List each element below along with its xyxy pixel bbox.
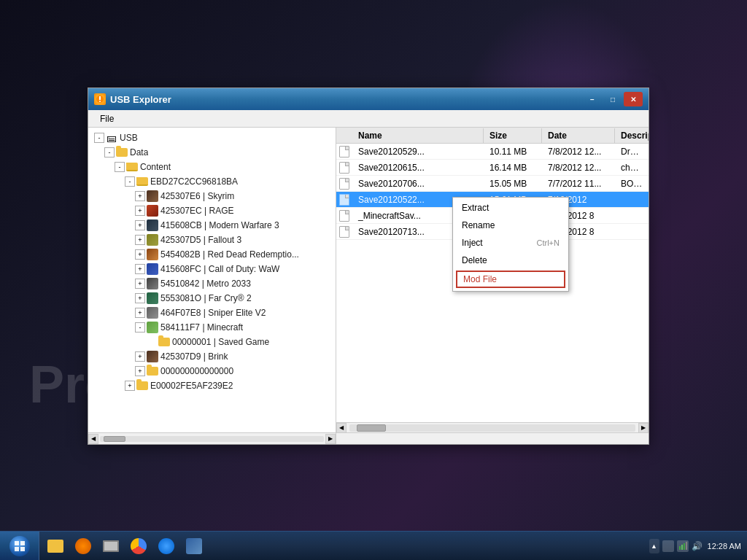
start-button[interactable] <box>0 532 39 561</box>
taskbar-item-screens[interactable] <box>98 534 124 558</box>
tree-item-sniper[interactable]: + 464F07E8 | Sniper Elite V2 <box>88 306 336 320</box>
tree-hscroll[interactable]: ◀ ▶ <box>88 433 336 444</box>
svg-rect-6 <box>686 542 687 550</box>
file-menu[interactable]: File <box>94 112 120 126</box>
tree-item-farcry[interactable]: + 5553081O | Far Cry® 2 <box>88 291 336 306</box>
file-icon <box>336 160 352 175</box>
game-icon-sniper <box>147 307 158 319</box>
col-header-name[interactable]: Name <box>352 128 484 143</box>
taskbar-item-chrome[interactable] <box>125 534 152 558</box>
taskbar: ▲ 🔊 12:28 AM <box>0 531 747 560</box>
expand-minecraft[interactable]: - <box>135 322 145 332</box>
taskbar-item-orange[interactable] <box>70 534 96 558</box>
file-description <box>615 198 649 201</box>
ctx-inject[interactable]: Inject Ctrl+N <box>453 234 568 252</box>
tray-arrow[interactable]: ▲ <box>649 539 659 553</box>
close-button[interactable]: ✕ <box>624 92 643 106</box>
tree-item-rdr[interactable]: + 5454082B | Red Dead Redemptio... <box>88 247 336 262</box>
col-header-size[interactable]: Size <box>484 128 542 143</box>
ctx-rename[interactable]: Rename <box>453 217 568 234</box>
file-header: Name Size Date Description <box>336 128 649 144</box>
tree-item-usb[interactable]: - 🖴 USB <box>88 131 336 145</box>
expand-zeros[interactable]: + <box>135 366 145 376</box>
file-row[interactable]: Save20120706... 15.05 MB 7/7/2012 11... … <box>336 176 649 192</box>
expand-mw3[interactable]: + <box>135 220 145 230</box>
tree-item-mw3[interactable]: + 415608CB | Modern Warfare 3 <box>88 218 336 233</box>
window-titlebar: USB Explorer − □ ✕ <box>88 88 649 110</box>
folder-icon-e00002 <box>136 380 148 392</box>
taskbar-item-usb[interactable] <box>181 534 207 558</box>
tree-item-content[interactable]: - Content <box>88 160 336 174</box>
scroll-thumb-tree <box>104 436 125 442</box>
scroll-right-tree[interactable]: ▶ <box>325 434 336 444</box>
taskbar-item-blue[interactable] <box>153 534 179 558</box>
expand-farcry[interactable]: + <box>135 293 145 303</box>
ctx-inject-shortcut: Ctrl+N <box>537 238 560 247</box>
expand-usb[interactable]: - <box>94 133 104 143</box>
file-name: Save20120706... <box>352 177 484 190</box>
tree-item-fallout[interactable]: + 425307D5 | Fallout 3 <box>88 233 336 247</box>
tree-scroll[interactable]: - 🖴 USB - Data - Content <box>88 128 336 432</box>
expand-sniper[interactable]: + <box>135 308 145 318</box>
expand-skyrim[interactable]: + <box>135 191 145 201</box>
file-date: 7/8/2012 12... <box>542 145 615 158</box>
svg-rect-3 <box>679 546 681 550</box>
tree-label-sniper: 464F07E8 | Sniper Elite V2 <box>160 308 266 318</box>
game-icon-farcry <box>147 292 158 304</box>
usb-icon: 🖴 <box>106 132 117 144</box>
expand-metro[interactable]: + <box>135 279 145 289</box>
scroll-right[interactable]: ▶ <box>638 423 649 433</box>
tree-label-savedgame: 00000001 | Saved Game <box>172 337 269 347</box>
tree-item-ebd[interactable]: - EBD27C2CC96818BA <box>88 174 336 189</box>
ctx-delete[interactable]: Delete <box>453 252 568 269</box>
file-row[interactable]: Save20120615... 16.14 MB 7/8/2012 12... … <box>336 160 649 176</box>
expand-content[interactable]: - <box>115 162 125 172</box>
svg-point-2 <box>99 101 101 102</box>
tree-item-metro[interactable]: + 54510842 | Metro 2033 <box>88 276 336 291</box>
tree-label-usb: USB <box>120 133 138 143</box>
tree-item-skyrim[interactable]: + 425307E6 | Skyrim <box>88 189 336 203</box>
expand-e00002[interactable]: + <box>125 381 135 391</box>
col-header-desc[interactable]: Description <box>615 128 649 143</box>
taskbar-item-explorer[interactable] <box>42 534 69 558</box>
expand-rdr[interactable]: + <box>135 249 145 260</box>
expand-data[interactable]: - <box>104 147 115 158</box>
expand-rage[interactable]: + <box>135 206 145 216</box>
media-taskbar-icon <box>75 538 91 554</box>
folder-icon-savedgame <box>158 336 170 348</box>
file-row[interactable]: Save20120529... 10.11 MB 7/8/2012 12... … <box>336 144 649 160</box>
tree-item-cod[interactable]: + 415608FC | Call of Duty: WaW <box>88 262 336 276</box>
expand-cod[interactable]: + <box>135 264 145 274</box>
expand-brink[interactable]: + <box>135 351 145 362</box>
window-controls: − □ ✕ <box>583 92 643 106</box>
tree-item-data[interactable]: - Data <box>88 145 336 160</box>
scroll-left[interactable]: ◀ <box>336 423 347 433</box>
ctx-extract[interactable]: Extract <box>453 199 568 217</box>
file-description: Dragonreach <box>615 145 649 158</box>
tree-label-zeros: 000000000000000 <box>160 366 233 376</box>
tree-item-zeros[interactable]: + 000000000000000 <box>88 364 336 378</box>
tree-label-e00002: E00002FE5AF239E2 <box>150 381 233 391</box>
tray-icon-2 <box>677 540 689 552</box>
tree-label-cod: 415608FC | Call of Duty: WaW <box>160 264 279 274</box>
minimize-button[interactable]: − <box>583 92 602 106</box>
file-size: 10.11 MB <box>484 145 542 158</box>
tree-item-e00002[interactable]: + E00002FE5AF239E2 <box>88 378 336 393</box>
ctx-modfile[interactable]: Mod File <box>456 271 565 288</box>
tree-item-rage[interactable]: + 425307EC | RAGE <box>88 203 336 218</box>
game-icon-fallout <box>147 234 158 246</box>
expand-fallout[interactable]: + <box>135 235 145 245</box>
tree-item-savedgame[interactable]: 00000001 | Saved Game <box>88 335 336 349</box>
file-icon <box>336 192 352 207</box>
scroll-left-tree[interactable]: ◀ <box>88 434 98 444</box>
context-menu: Extract Rename Inject Ctrl+N Delete Mod … <box>452 197 569 292</box>
col-header-date[interactable]: Date <box>542 128 615 143</box>
tree-panel: - 🖴 USB - Data - Content <box>88 128 336 432</box>
file-panel-hscroll[interactable]: ◀ ▶ <box>336 422 649 432</box>
tree-item-brink[interactable]: + 425307D9 | Brink <box>88 349 336 364</box>
tree-label-fallout: 425307D5 | Fallout 3 <box>160 235 241 245</box>
expand-ebd[interactable]: - <box>125 176 135 187</box>
tree-item-minecraft[interactable]: - 584111F7 | Minecraft <box>88 320 336 335</box>
maximize-button[interactable]: □ <box>603 92 622 106</box>
window-bottom: ◀ ▶ <box>88 432 649 444</box>
